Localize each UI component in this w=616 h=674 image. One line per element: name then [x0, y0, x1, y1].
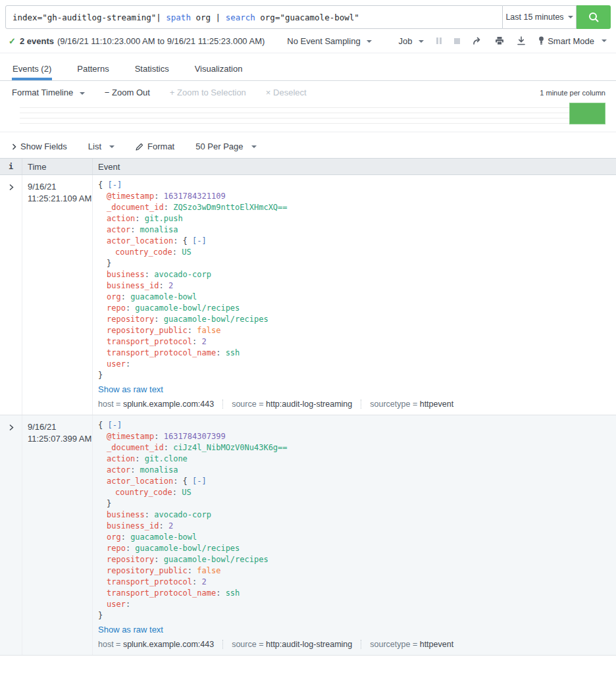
tab-statistics[interactable]: Statistics: [134, 59, 170, 80]
json-key[interactable]: user: [107, 600, 126, 609]
json-punct: {: [183, 477, 192, 486]
job-menu-label: Job: [399, 36, 413, 46]
json-value[interactable]: false: [197, 326, 220, 335]
json-value[interactable]: guacamole-bowl/recipes: [164, 555, 269, 564]
json-key[interactable]: business_id: [107, 521, 159, 531]
json-key[interactable]: business: [107, 510, 145, 519]
zoom-out-button[interactable]: − Zoom Out: [105, 88, 150, 97]
json-value[interactable]: 1631784321109: [164, 192, 226, 201]
json-value[interactable]: guacamole-bowl/recipes: [135, 544, 240, 553]
timeline-event-bar[interactable]: [569, 103, 605, 124]
json-value[interactable]: 2: [168, 521, 173, 531]
meta-field-value[interactable]: splunk.example.com:443: [123, 640, 214, 649]
meta-field-value[interactable]: httpevent: [420, 640, 453, 649]
json-key[interactable]: repository: [107, 315, 154, 324]
json-key[interactable]: action: [107, 454, 135, 463]
meta-field-value[interactable]: httpevent: [420, 400, 453, 409]
show-raw-text-link[interactable]: Show as raw text: [98, 384, 163, 394]
json-key[interactable]: transport_protocol_name: [107, 348, 216, 357]
json-key[interactable]: user: [107, 359, 126, 369]
chevron-down-icon: [109, 145, 115, 148]
json-value[interactable]: US: [182, 488, 191, 497]
time-range-picker[interactable]: Last 15 minutes: [503, 5, 577, 29]
json-value[interactable]: ZQSzo3wDm9nttoElXHmcXQ==: [173, 203, 287, 212]
json-value[interactable]: 2: [168, 281, 173, 290]
show-fields-toggle[interactable]: Show Fields: [12, 142, 67, 151]
event-sampling-selector[interactable]: No Event Sampling: [287, 36, 372, 46]
job-menu[interactable]: Job: [399, 36, 424, 46]
json-key[interactable]: actor_location: [107, 236, 173, 246]
export-button[interactable]: [517, 36, 526, 45]
json-key[interactable]: country_code: [115, 488, 172, 497]
json-value[interactable]: false: [197, 566, 220, 575]
collapse-toggle[interactable]: [-]: [192, 477, 207, 486]
json-key[interactable]: repository_public: [107, 566, 188, 575]
print-button[interactable]: [495, 36, 504, 45]
json-value[interactable]: guacamole-bowl/recipes: [164, 315, 269, 324]
json-value[interactable]: avocado-corp: [154, 270, 211, 279]
json-punct: :: [154, 555, 163, 564]
search-mode-selector[interactable]: Smart Mode: [538, 36, 607, 46]
json-key[interactable]: repo: [107, 303, 126, 313]
query-segment: index="gh-auditlog-streaming"|: [13, 13, 166, 22]
json-value[interactable]: 2: [202, 577, 207, 586]
json-value[interactable]: guacamole-bowl: [130, 532, 197, 542]
tab-visualization[interactable]: Visualization: [194, 59, 244, 80]
json-punct: :: [135, 454, 144, 463]
json-value[interactable]: guacamole-bowl/recipes: [135, 303, 240, 313]
timeline-histogram[interactable]: [20, 103, 605, 124]
format-timeline-label: Format Timeline: [12, 88, 73, 97]
json-value[interactable]: guacamole-bowl: [130, 292, 197, 301]
json-value[interactable]: 2: [202, 337, 207, 346]
json-key[interactable]: repository_public: [107, 326, 188, 335]
json-key[interactable]: actor: [107, 465, 130, 475]
expand-event-button[interactable]: [9, 184, 14, 191]
json-value[interactable]: monalisa: [140, 465, 178, 475]
json-key[interactable]: transport_protocol_name: [107, 588, 216, 598]
json-key[interactable]: _document_id: [107, 203, 164, 212]
format-timeline-menu[interactable]: Format Timeline: [12, 88, 85, 97]
json-key[interactable]: repo: [107, 544, 126, 553]
json-value[interactable]: monalisa: [140, 225, 178, 234]
show-raw-text-link[interactable]: Show as raw text: [98, 625, 163, 635]
expand-event-button[interactable]: [9, 424, 14, 431]
search-input[interactable]: index="gh-auditlog-streaming"| spath org…: [5, 5, 503, 29]
json-key[interactable]: repository: [107, 555, 154, 564]
json-key[interactable]: action: [107, 214, 135, 223]
json-key[interactable]: actor_location: [107, 477, 173, 486]
json-key[interactable]: _document_id: [107, 443, 164, 452]
search-button[interactable]: [577, 5, 611, 29]
json-key[interactable]: business: [107, 270, 145, 279]
format-results-button[interactable]: Format: [136, 142, 174, 151]
share-job-button[interactable]: [473, 36, 482, 45]
json-value[interactable]: ssh: [226, 348, 240, 357]
json-value[interactable]: avocado-corp: [154, 510, 211, 519]
meta-field-value[interactable]: http:audit-log-streaming: [266, 640, 352, 649]
json-key[interactable]: org: [107, 532, 121, 542]
json-key[interactable]: country_code: [115, 247, 172, 257]
collapse-toggle[interactable]: [-]: [107, 180, 122, 190]
json-value[interactable]: ssh: [226, 588, 240, 598]
list-view-selector[interactable]: List: [88, 142, 115, 151]
json-key[interactable]: transport_protocol: [107, 577, 192, 586]
json-value[interactable]: 1631784307399: [164, 432, 226, 441]
meta-field-value[interactable]: http:audit-log-streaming: [266, 400, 352, 409]
collapse-toggle[interactable]: [-]: [107, 421, 122, 430]
per-page-selector[interactable]: 50 Per Page: [195, 142, 256, 151]
json-key[interactable]: @timestamp: [107, 192, 154, 201]
json-key[interactable]: business_id: [107, 281, 159, 290]
json-value[interactable]: git.clone: [145, 454, 188, 463]
json-value[interactable]: git.push: [145, 214, 183, 223]
json-key[interactable]: @timestamp: [107, 432, 154, 441]
json-value[interactable]: US: [182, 247, 191, 257]
collapse-toggle[interactable]: [-]: [192, 236, 207, 246]
tab-patterns[interactable]: Patterns: [76, 59, 109, 80]
event-row: 9/16/21 11:25:07.399 AM { [-]@timestamp:…: [0, 415, 616, 656]
tab-events[interactable]: Events (2): [12, 59, 52, 80]
json-key[interactable]: transport_protocol: [107, 337, 192, 346]
meta-field-value[interactable]: splunk.example.com:443: [123, 400, 214, 409]
json-key[interactable]: org: [107, 292, 121, 301]
json-key[interactable]: actor: [107, 225, 130, 234]
meta-equals: =: [257, 400, 266, 409]
json-value[interactable]: ciJz4l_NibMOzV0Nu43K6g==: [173, 443, 287, 452]
